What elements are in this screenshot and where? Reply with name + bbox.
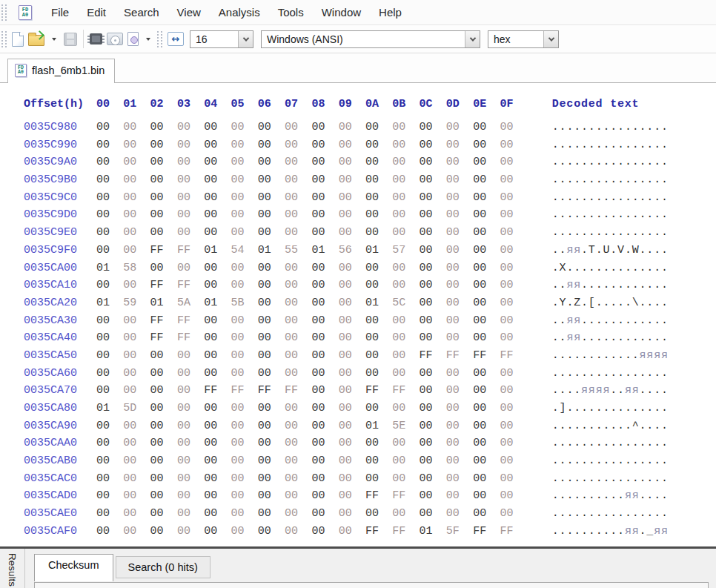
byte-cell[interactable]: 00 (285, 206, 311, 224)
byte-cell[interactable]: 00 (473, 329, 500, 347)
byte-cell[interactable]: 00 (420, 435, 446, 452)
byte-cell[interactable]: 01 (311, 242, 338, 260)
decoded-text-cell[interactable]: ................ (552, 206, 669, 224)
byte-cell[interactable]: 00 (177, 470, 204, 488)
byte-cell[interactable]: 00 (96, 189, 123, 207)
menu-item-help[interactable]: Help (370, 1, 411, 23)
byte-cell[interactable]: 00 (339, 452, 365, 470)
byte-cell[interactable]: 00 (420, 294, 446, 312)
byte-cell[interactable]: 00 (204, 470, 231, 488)
byte-cell[interactable]: 00 (258, 312, 285, 330)
byte-cell[interactable]: 00 (420, 189, 446, 207)
byte-cell[interactable]: 00 (446, 153, 473, 171)
byte-cell[interactable]: FF (177, 329, 204, 347)
byte-cell[interactable]: 00 (446, 417, 473, 435)
byte-cell[interactable]: 00 (500, 171, 526, 189)
byte-cell[interactable]: 00 (258, 365, 285, 383)
byte-cell[interactable]: 00 (339, 347, 365, 365)
byte-cell[interactable]: 00 (339, 224, 365, 242)
byte-cell[interactable]: 00 (150, 452, 177, 470)
byte-cell[interactable]: 00 (311, 523, 338, 541)
byte-cell[interactable]: 00 (231, 487, 257, 505)
byte-cell[interactable]: 00 (365, 119, 392, 136)
byte-cell[interactable]: 00 (96, 347, 123, 365)
byte-cell[interactable]: 00 (123, 224, 150, 242)
byte-cell[interactable]: 00 (392, 119, 419, 136)
byte-cell[interactable]: 00 (446, 487, 473, 505)
byte-cell[interactable]: 00 (500, 260, 526, 277)
byte-cell[interactable]: 00 (311, 171, 338, 189)
byte-cell[interactable]: 00 (365, 277, 392, 294)
byte-cell[interactable]: 00 (258, 505, 285, 523)
byte-cell[interactable]: 00 (500, 505, 526, 523)
byte-cell[interactable]: 00 (258, 470, 285, 488)
byte-cell[interactable]: 00 (473, 417, 500, 435)
byte-cell[interactable]: 00 (311, 189, 338, 207)
byte-cell[interactable]: 00 (392, 153, 419, 171)
open-disk-image-button[interactable] (125, 29, 141, 50)
open-file-button[interactable] (26, 29, 47, 50)
byte-cell[interactable]: 00 (500, 277, 526, 294)
byte-cell[interactable]: 00 (123, 189, 150, 207)
offset-base-select[interactable]: hex (488, 30, 559, 48)
byte-cell[interactable]: FF (446, 347, 473, 365)
byte-cell[interactable]: 00 (392, 189, 419, 207)
byte-cell[interactable]: 00 (446, 171, 473, 189)
byte-cell[interactable]: 00 (392, 206, 419, 224)
byte-cell[interactable]: 00 (365, 312, 392, 330)
byte-cell[interactable]: 00 (311, 119, 338, 136)
byte-cell[interactable]: 5D (123, 400, 150, 417)
byte-cell[interactable]: 00 (420, 417, 446, 435)
byte-cell[interactable]: 00 (123, 435, 150, 452)
menu-item-search[interactable]: Search (115, 1, 168, 23)
byte-cell[interactable]: FF (231, 382, 257, 400)
byte-cell[interactable]: 00 (311, 294, 338, 312)
byte-cell[interactable]: 00 (420, 206, 446, 224)
byte-cell[interactable]: 00 (177, 224, 204, 242)
byte-cell[interactable]: 5C (392, 294, 419, 312)
byte-cell[interactable]: 00 (473, 435, 500, 452)
byte-cell[interactable]: 00 (420, 224, 446, 242)
byte-cell[interactable]: 00 (231, 260, 257, 277)
byte-cell[interactable]: 00 (150, 171, 177, 189)
byte-cell[interactable]: FF (473, 523, 500, 541)
byte-cell[interactable]: 00 (96, 505, 123, 523)
byte-cell[interactable]: 00 (258, 329, 285, 347)
byte-cell[interactable]: 00 (204, 523, 231, 541)
byte-cell[interactable]: 00 (123, 242, 150, 260)
byte-cell[interactable]: 5B (231, 294, 257, 312)
decoded-text-cell[interactable]: ...........^.... (552, 417, 669, 435)
combo-dropdown-button[interactable] (238, 31, 253, 47)
byte-cell[interactable]: 00 (311, 470, 338, 488)
byte-cell[interactable]: FF (420, 347, 446, 365)
byte-cell[interactable]: 00 (258, 171, 285, 189)
byte-cell[interactable]: FF (177, 242, 204, 260)
byte-cell[interactable]: 00 (392, 312, 419, 330)
byte-cell[interactable]: 00 (123, 470, 150, 488)
byte-cell[interactable]: 00 (231, 400, 257, 417)
byte-cell[interactable]: 00 (258, 435, 285, 452)
byte-cell[interactable]: 00 (231, 505, 257, 523)
byte-cell[interactable]: 00 (150, 417, 177, 435)
byte-cell[interactable]: 00 (365, 505, 392, 523)
byte-cell[interactable]: 00 (123, 505, 150, 523)
byte-cell[interactable]: 00 (473, 505, 500, 523)
byte-cell[interactable]: 00 (500, 382, 526, 400)
byte-cell[interactable]: 00 (258, 136, 285, 154)
byte-cell[interactable]: 00 (500, 119, 526, 136)
byte-cell[interactable]: FF (473, 347, 500, 365)
byte-cell[interactable]: 00 (123, 119, 150, 136)
byte-cell[interactable]: 00 (392, 347, 419, 365)
new-file-button[interactable] (10, 29, 26, 50)
byte-cell[interactable]: 00 (96, 153, 123, 171)
byte-cell[interactable]: 00 (473, 365, 500, 383)
byte-cell[interactable]: 00 (500, 312, 526, 330)
byte-cell[interactable]: 00 (339, 153, 365, 171)
byte-cell[interactable]: 01 (96, 400, 123, 417)
byte-cell[interactable]: 00 (500, 294, 526, 312)
byte-cell[interactable]: 01 (204, 294, 231, 312)
bytes-per-row-select[interactable]: 16 (190, 30, 253, 48)
byte-cell[interactable]: 00 (96, 435, 123, 452)
byte-cell[interactable]: 00 (285, 224, 311, 242)
byte-cell[interactable]: 00 (446, 312, 473, 330)
